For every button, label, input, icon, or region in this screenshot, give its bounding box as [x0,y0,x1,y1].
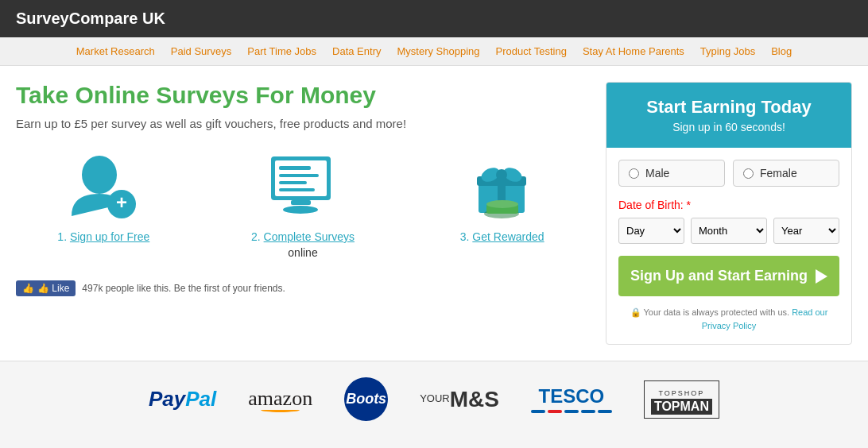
panel-header: Start Earning Today Sign up in 60 second… [606,83,851,148]
nav-typing-jobs[interactable]: Typing Jobs [700,45,755,57]
svg-point-0 [82,156,117,194]
brands-section: PayPal amazon Boots YOURM&S TESCO TOPSHO… [0,361,868,437]
hero-subtitle: Earn up to £5 per survey as well as gift… [16,117,590,130]
nav-paid-surveys[interactable]: Paid Surveys [171,45,232,57]
brand-tesco: TESCO [531,385,612,413]
brand-topman: TOPSHOP TOPMAN [644,380,719,419]
step-3-label: 3. Get Rewarded [414,230,590,245]
gender-selection: Male Female [618,160,839,187]
dob-month-select[interactable]: Month JanuaryFebruaryMarchApril MayJuneJ… [691,218,767,244]
nav-product-testing[interactable]: Product Testing [496,45,567,57]
left-content: Take Online Surveys For Money Earn up to… [16,82,590,345]
header: SurveyCompare UK [0,0,868,37]
gender-male-label: Male [645,167,669,180]
step-3-icon [463,150,542,222]
lock-icon: 🔒 [630,307,641,317]
site-title: SurveyCompare UK [16,10,165,27]
signup-panel: Start Earning Today Sign up in 60 second… [606,82,852,345]
navigation: Market Research Paid Surveys Part Time J… [0,37,868,66]
step-1-label: 1. Sign up for Free [16,230,192,245]
signup-button-label: Sign Up and Start Earning [630,268,808,284]
play-icon [816,269,827,284]
facebook-section: 👍 👍 Like 497k people like this. Be the f… [16,280,590,296]
panel-body: Male Female Date of Birth: * Day 12345 6… [606,148,851,344]
tesco-line-5 [598,410,612,413]
privacy-text: 🔒 Your data is always protected with us.… [618,306,839,332]
tesco-line-4 [581,410,595,413]
tesco-lines [531,410,612,413]
panel-subtitle: Sign up in 60 seconds! [621,121,837,133]
brand-boots: Boots [344,377,388,421]
signup-button[interactable]: Sign Up and Start Earning [618,256,839,296]
svg-point-16 [496,169,507,180]
nav-blog[interactable]: Blog [771,45,792,57]
brand-amazon: amazon [248,387,312,412]
step-2-label: 2. Complete Surveysonline [215,230,391,261]
svg-rect-6 [279,174,319,177]
svg-point-10 [283,206,318,214]
tesco-line-2 [548,410,562,413]
facebook-count-text: 497k people like this. Be the first of y… [82,283,285,294]
panel-title: Start Earning Today [621,97,837,118]
gender-male-radio[interactable] [629,168,639,179]
dob-year-select[interactable]: Year 2005200019951990 1985198019751970 [773,218,839,244]
nav-part-time-jobs[interactable]: Part Time Jobs [247,45,316,57]
step-2-icon [263,150,343,222]
tesco-line-3 [564,410,579,413]
step-2: 2. Complete Surveysonline [215,150,391,261]
main-content: Take Online Surveys For Money Earn up to… [0,66,868,361]
gender-female-label: Female [760,167,797,180]
thumbs-up-icon: 👍 [22,283,34,294]
step-1: + 1. Sign up for Free [16,150,192,261]
nav-mystery-shopping[interactable]: Mystery Shopping [397,45,479,57]
svg-rect-9 [291,200,311,205]
tesco-line-1 [531,410,545,413]
svg-rect-7 [279,181,307,184]
steps-section: + 1. Sign up for Free [16,150,590,261]
nav-stay-at-home[interactable]: Stay At Home Parents [583,45,684,57]
svg-rect-8 [279,188,315,191]
dob-required-star: * [687,199,691,211]
step-1-icon: + [64,150,143,222]
dob-label: Date of Birth: * [618,199,839,211]
step-3: 3. Get Rewarded [414,150,590,261]
facebook-like-button[interactable]: 👍 👍 Like [16,280,76,296]
gender-male-option[interactable]: Male [618,160,725,187]
svg-text:+: + [116,191,127,213]
brand-ms: YOURM&S [420,387,499,412]
dob-day-select[interactable]: Day 12345 678910 1112131415 1617181920 2… [618,218,684,244]
gender-female-radio[interactable] [743,168,754,179]
svg-point-19 [486,200,518,208]
dob-row: Day 12345 678910 1112131415 1617181920 2… [618,218,839,244]
gender-female-option[interactable]: Female [733,160,839,187]
brand-paypal: PayPal [149,387,216,411]
svg-rect-5 [279,166,311,170]
hero-title: Take Online Surveys For Money [16,82,590,109]
nav-data-entry[interactable]: Data Entry [332,45,381,57]
nav-market-research[interactable]: Market Research [76,45,155,57]
